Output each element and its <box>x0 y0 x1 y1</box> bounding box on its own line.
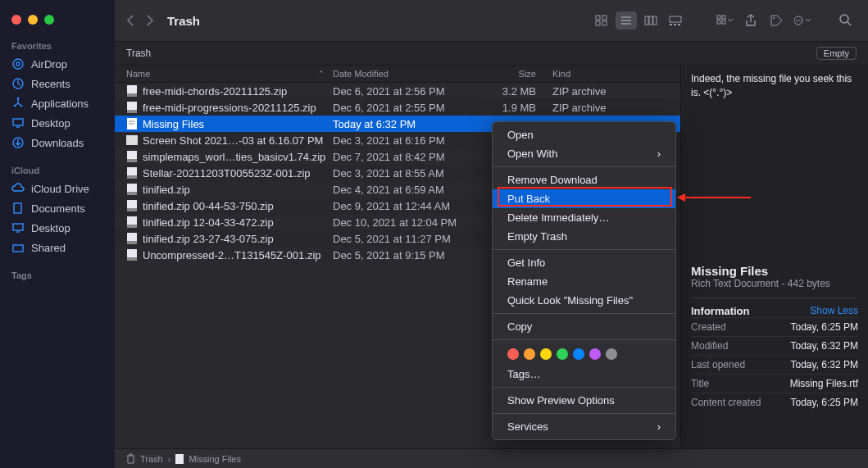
path-trash[interactable]: Trash <box>140 454 163 464</box>
tag-color-swatch[interactable] <box>507 348 519 360</box>
cm-rename[interactable]: Rename <box>493 272 675 291</box>
tags-button[interactable] <box>766 11 788 30</box>
icon-view-button[interactable] <box>591 11 612 30</box>
search-button[interactable] <box>835 11 857 30</box>
svg-rect-10 <box>13 224 23 230</box>
window-controls <box>0 8 115 36</box>
svg-rect-25 <box>674 24 676 25</box>
sidebar-item-recents[interactable]: Recents <box>0 74 115 93</box>
zoom-window-button[interactable] <box>44 15 54 25</box>
show-less-link[interactable]: Show Less <box>810 305 858 316</box>
svg-rect-49 <box>127 175 137 179</box>
file-date: Dec 9, 2021 at 12:44 AM <box>333 200 479 212</box>
column-date[interactable]: Date Modified <box>333 69 479 79</box>
file-name: tinified.zip 23-27-43-075.zip <box>143 233 274 245</box>
column-name[interactable]: Name⌃ <box>126 69 333 79</box>
file-icon <box>126 117 138 130</box>
nav-back-button[interactable] <box>126 14 134 27</box>
file-date: Today at 6:32 PM <box>333 118 479 130</box>
desktop-icon <box>11 116 25 129</box>
cm-empty-trash[interactable]: Empty Trash <box>493 227 675 246</box>
sidebar-item-documents[interactable]: Documents <box>0 198 115 218</box>
cm-copy[interactable]: Copy <box>493 317 675 336</box>
sidebar-item-shared[interactable]: Shared <box>0 238 115 257</box>
context-menu: Open Open With› Remove Download Put Back… <box>492 121 676 440</box>
sidebar-item-desktop[interactable]: Desktop <box>0 113 115 133</box>
svg-rect-24 <box>670 24 672 25</box>
info-row: TitleMissing Files.rtf <box>691 374 858 393</box>
svg-rect-21 <box>649 16 652 25</box>
file-icon <box>126 199 138 212</box>
cm-quick-look[interactable]: Quick Look "Missing Files" <box>493 291 675 310</box>
close-window-button[interactable] <box>11 15 21 25</box>
file-date: Dec 6, 2021 at 2:56 PM <box>333 85 479 98</box>
file-icon <box>126 232 138 245</box>
minimize-window-button[interactable] <box>28 15 38 25</box>
sidebar-item-icloud-drive[interactable]: iCloud Drive <box>0 179 115 198</box>
tag-color-swatch[interactable] <box>589 348 601 360</box>
nav-forward-button[interactable] <box>146 14 154 27</box>
info-row: Content createdToday, 6:25 PM <box>691 393 858 411</box>
cm-delete-immediately[interactable]: Delete Immediately… <box>493 208 675 227</box>
sidebar-item-label: Shared <box>31 242 66 254</box>
sidebar-item-label: Downloads <box>31 137 84 149</box>
cm-remove-download[interactable]: Remove Download <box>493 170 675 189</box>
info-key: Content created <box>691 397 761 408</box>
file-date: Dec 3, 2021 at 8:55 AM <box>333 167 479 179</box>
svg-rect-12 <box>13 245 23 252</box>
sidebar-item-downloads[interactable]: Downloads <box>0 133 115 152</box>
info-value: Today, 6:25 PM <box>791 321 859 333</box>
cm-tags[interactable]: Tags… <box>493 365 675 384</box>
info-value: Missing Files.rtf <box>790 378 858 389</box>
info-value: Today, 6:32 PM <box>791 359 859 370</box>
cm-services[interactable]: Services› <box>493 417 675 436</box>
cm-open[interactable]: Open <box>493 125 675 144</box>
file-icon <box>126 248 138 261</box>
share-button[interactable] <box>740 11 761 30</box>
file-name: Screen Shot 2021…-03 at 6.16.07 PM <box>143 134 323 147</box>
gallery-view-button[interactable] <box>665 11 686 30</box>
sidebar-item-desktop[interactable]: Desktop <box>0 218 115 238</box>
actions-button[interactable] <box>793 11 814 30</box>
list-view-button[interactable] <box>616 11 637 30</box>
path-bar: Trash › Missing Files <box>115 448 868 468</box>
tag-color-swatch[interactable] <box>573 348 584 360</box>
tag-color-swatch[interactable] <box>557 348 568 360</box>
sidebar-item-label: Desktop <box>31 117 70 129</box>
svg-rect-57 <box>127 241 137 244</box>
svg-rect-15 <box>596 21 600 25</box>
info-row: CreatedToday, 6:25 PM <box>691 317 858 336</box>
tag-color-swatch[interactable] <box>524 348 535 360</box>
svg-line-37 <box>848 22 851 25</box>
preview-title: Missing Files <box>691 264 858 278</box>
tag-color-swatch[interactable] <box>540 348 552 360</box>
sidebar-item-applications[interactable]: Applications <box>0 93 115 113</box>
tags-header: Tags <box>0 266 115 284</box>
svg-rect-53 <box>127 208 137 211</box>
svg-point-4 <box>14 105 16 107</box>
empty-trash-button[interactable]: Empty <box>816 47 857 60</box>
tag-color-swatch[interactable] <box>606 348 617 360</box>
sidebar-item-airdrop[interactable]: AirDrop <box>0 54 115 74</box>
cm-open-with[interactable]: Open With› <box>493 144 675 163</box>
window-title: Trash <box>167 14 200 28</box>
svg-rect-60 <box>175 454 184 464</box>
cm-show-preview-options[interactable]: Show Preview Options <box>493 391 675 410</box>
svg-rect-45 <box>126 135 138 145</box>
cm-get-info[interactable]: Get Info <box>493 253 675 272</box>
sidebar-item-label: Desktop <box>31 222 70 234</box>
group-by-button[interactable] <box>714 11 735 30</box>
path-file[interactable]: Missing Files <box>189 454 241 464</box>
location-header: Trash Empty <box>115 41 868 66</box>
apps-icon <box>11 97 25 110</box>
location-title: Trash <box>126 48 151 59</box>
svg-rect-30 <box>722 20 725 24</box>
column-size[interactable]: Size <box>479 69 552 79</box>
column-view-button[interactable] <box>640 11 661 30</box>
svg-point-5 <box>20 105 23 107</box>
svg-rect-55 <box>127 225 137 228</box>
svg-rect-41 <box>127 110 137 113</box>
cm-put-back[interactable]: Put Back <box>493 189 675 208</box>
preview-pane: Indeed, the missing file you seek this i… <box>680 64 868 448</box>
svg-point-0 <box>13 59 23 69</box>
